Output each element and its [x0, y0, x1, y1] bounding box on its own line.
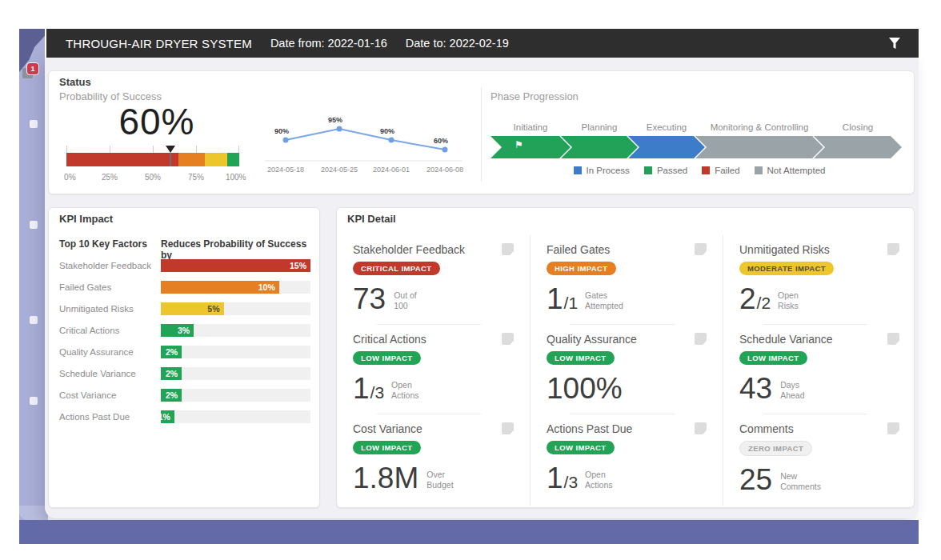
kpi-value: 1 [547, 286, 563, 313]
flag-icon: ⚑ [515, 140, 523, 150]
kpi-value: 25 [739, 466, 772, 494]
impact-badge: LOW IMPACT [353, 351, 421, 365]
gauge-bar [66, 153, 239, 166]
svg-text:2024-06-01: 2024-06-01 [373, 166, 410, 174]
background-app-sidebar [19, 29, 45, 520]
kpi-card-cost-variance: Cost Variance LOW IMPACT 1.8MOverBudget [353, 414, 514, 504]
funnel-icon [888, 38, 901, 50]
kpi-detail-column: Stakeholder Feedback CRITICAL IMPACT 73O… [337, 235, 530, 506]
bar-value: 3% [178, 326, 194, 335]
gauge-marker-line [170, 153, 171, 166]
impact-badge: LOW IMPACT [547, 351, 615, 365]
status-divider [481, 87, 482, 182]
bar-track: 10% [161, 281, 310, 294]
trend-chart: 90%2024-05-1895%2024-05-2590%2024-06-016… [263, 113, 463, 181]
kpi-card-title: Comments [739, 422, 794, 435]
bar-track: 1% [161, 410, 310, 423]
impact-bar: 2% [161, 389, 182, 402]
factor-label: Actions Past Due [59, 412, 161, 422]
screen: 1 THROUGH-AIR DRYER SYSTEM Date from: 20… [0, 0, 941, 560]
kpi-card-stakeholder-feedback: Stakeholder Feedback CRITICAL IMPACT 73O… [353, 235, 514, 325]
svg-text:2024-05-25: 2024-05-25 [321, 166, 358, 174]
kpi-value: 100% [547, 375, 623, 402]
factor-label: Cost Variance [59, 390, 161, 400]
impact-bar: 15% [161, 259, 310, 272]
kpi-impact-row: Actions Past Due1% [59, 406, 310, 427]
kpi-value-denominator: /3 [370, 383, 385, 402]
date-from-filter[interactable]: Date from: 2022-01-16 [270, 37, 387, 50]
impact-badge: LOW IMPACT [739, 351, 807, 365]
kpi-value: 43 [739, 375, 772, 402]
bar-value: 5% [207, 304, 223, 314]
legend-swatch-in-process [574, 166, 582, 174]
kpi-card-failed-gates: Failed Gates HIGH IMPACT 1/1GatesAttempt… [547, 235, 707, 325]
kpi-card-title: Schedule Variance [739, 333, 832, 346]
bar-track: 5% [161, 302, 310, 315]
note-icon[interactable] [502, 243, 514, 255]
note-icon[interactable] [887, 333, 899, 345]
note-icon[interactable] [695, 243, 707, 255]
kpi-impact-row: Quality Assurance2% [59, 341, 310, 362]
phase-progression: Phase Progression InitiatingPlanningExec… [491, 89, 908, 175]
kpi-card-title: Actions Past Due [547, 422, 632, 435]
kpi-card-schedule-variance: Schedule Variance LOW IMPACT 43DaysAhead [739, 325, 899, 414]
kpi-value: 1 [547, 465, 563, 492]
impact-badge: LOW IMPACT [353, 441, 421, 454]
kpi-impact-row: Schedule Variance2% [59, 362, 310, 384]
legend-label: Not Attempted [767, 166, 826, 175]
phase-segment-label: Closing [843, 122, 873, 132]
svg-text:60%: 60% [434, 137, 448, 145]
note-icon[interactable] [695, 422, 707, 434]
kpi-value-denominator: /3 [564, 473, 579, 492]
kpi-detail-column: Unmitigated Risks MODERATE IMPACT 2/2Ope… [723, 235, 915, 506]
note-icon[interactable] [502, 422, 514, 434]
gauge-segment-orange [178, 153, 204, 166]
impact-bar: 10% [161, 281, 279, 294]
probability-gauge: 0% 25% 50% 75% 100% [66, 146, 239, 182]
impact-badge: HIGH IMPACT [547, 262, 616, 275]
phase-chevrons [491, 136, 902, 158]
kpi-card-title: Quality Assurance [547, 333, 637, 346]
kpi-unit-label: Out of100 [394, 290, 417, 312]
notification-badge[interactable]: 1 [26, 62, 39, 75]
phase-segment-label: Initiating [514, 122, 548, 132]
note-icon[interactable] [887, 243, 899, 255]
kpi-unit-label: DaysAhead [780, 380, 804, 402]
kpi-detail-title: KPI Detail [347, 213, 396, 225]
background-app-footer-corner [19, 506, 48, 520]
kpi-value: 73 [353, 286, 386, 313]
kpi-card-quality-assurance: Quality Assurance LOW IMPACT 100% [547, 325, 707, 414]
legend-label: Passed [657, 166, 687, 175]
bar-value: 15% [290, 261, 310, 270]
phase-label: Phase Progression [491, 90, 579, 102]
kpi-unit-label: OpenActions [391, 380, 418, 402]
gauge-segment-yellow [205, 153, 227, 166]
kpi-value: 1.8M [353, 465, 418, 492]
date-to-filter[interactable]: Date to: 2022-02-19 [406, 37, 509, 50]
svg-text:95%: 95% [328, 116, 342, 124]
legend-label: In Process [587, 166, 630, 175]
impact-bar: 5% [161, 302, 224, 315]
bar-value: 2% [166, 390, 182, 400]
factor-label: Unmitigated Risks [59, 304, 161, 314]
bar-track: 2% [161, 346, 310, 358]
kpi-impact-row: Failed Gates10% [59, 276, 310, 298]
note-icon[interactable] [695, 333, 707, 345]
kpi-unit-label: OpenActions [585, 470, 612, 491]
kpi-unit-label: OpenRisks [778, 290, 799, 312]
bar-value: 2% [166, 347, 182, 357]
appbar: THROUGH-AIR DRYER SYSTEM Date from: 2022… [46, 29, 919, 58]
gauge-segment-red [66, 153, 178, 166]
sidebar-glyph-icon [30, 120, 38, 128]
kpi-impact-row: Unmitigated Risks5% [59, 298, 310, 319]
legend-swatch-passed [644, 166, 652, 174]
svg-text:2024-05-18: 2024-05-18 [267, 166, 304, 174]
note-icon[interactable] [502, 333, 514, 345]
note-icon[interactable] [887, 422, 899, 434]
kpi-card-title: Stakeholder Feedback [353, 243, 465, 256]
kpi-unit-label: NewComments [780, 471, 821, 493]
filter-button[interactable] [888, 38, 901, 50]
svg-text:90%: 90% [380, 127, 394, 135]
bar-value: 1% [158, 412, 174, 422]
kpi-impact-panel: KPI Impact Top 10 Key Factors Reduces Pr… [48, 207, 320, 508]
